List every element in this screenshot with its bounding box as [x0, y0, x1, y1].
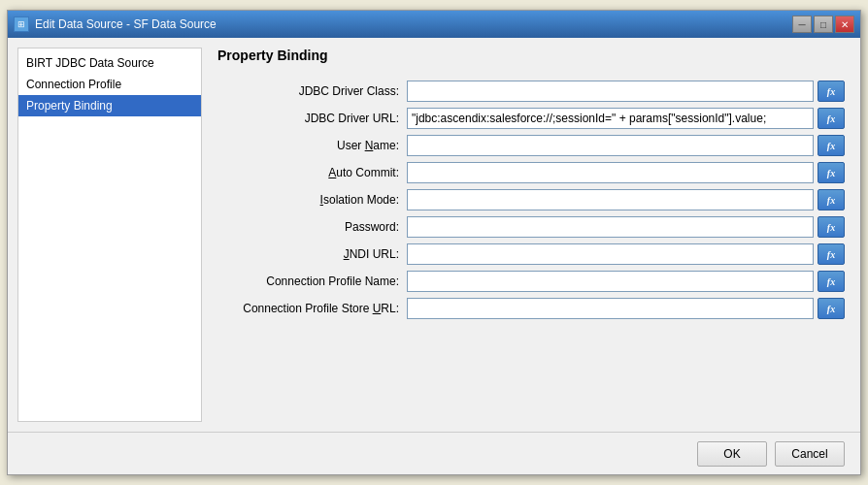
input-connection-profile-name[interactable]: [407, 271, 814, 292]
form-row-jndi-url: JNDI URL: fx: [217, 243, 845, 265]
sidebar-item-birt-jdbc[interactable]: BIRT JDBC Data Source: [18, 52, 201, 74]
main-content: Property Binding JDBC Driver Class: fx J…: [202, 38, 860, 432]
section-title: Property Binding: [217, 48, 845, 67]
sidebar: BIRT JDBC Data Source Connection Profile…: [17, 48, 202, 422]
input-jdbc-driver-url[interactable]: [407, 108, 814, 129]
ok-button[interactable]: OK: [697, 441, 767, 467]
fx-button-auto-commit[interactable]: fx: [818, 162, 845, 183]
sidebar-item-property-binding[interactable]: Property Binding: [18, 95, 201, 116]
input-connection-profile-store-url[interactable]: [407, 298, 814, 319]
dialog-body: BIRT JDBC Data Source Connection Profile…: [8, 38, 860, 432]
form-row-isolation-mode: Isolation Mode: fx: [217, 189, 845, 210]
label-connection-profile-name: Connection Profile Name:: [217, 275, 407, 288]
form-row-connection-profile-store-url: Connection Profile Store URL: fx: [217, 298, 845, 319]
form-row-auto-commit: Auto Commit: fx: [217, 162, 845, 183]
form-row-user-name: User Name: fx: [217, 135, 845, 156]
fx-button-connection-profile-name[interactable]: fx: [818, 271, 845, 292]
label-isolation-mode: Isolation Mode:: [217, 193, 407, 207]
dialog-footer: OK Cancel: [8, 432, 860, 474]
fx-button-user-name[interactable]: fx: [818, 135, 845, 156]
fx-button-jndi-url[interactable]: fx: [818, 243, 845, 265]
fx-button-jdbc-driver-class[interactable]: fx: [818, 81, 845, 102]
maximize-button[interactable]: □: [814, 16, 833, 33]
title-bar: ⊞ Edit Data Source - SF Data Source ─ □ …: [8, 11, 860, 38]
form-row-connection-profile-name: Connection Profile Name: fx: [217, 271, 845, 292]
input-auto-commit[interactable]: [407, 162, 814, 183]
input-password[interactable]: [407, 216, 814, 238]
fx-button-jdbc-driver-url[interactable]: fx: [818, 108, 845, 129]
input-user-name[interactable]: [407, 135, 814, 156]
input-jdbc-driver-class[interactable]: [407, 81, 814, 102]
title-bar-buttons: ─ □ ✕: [792, 16, 854, 33]
sidebar-item-connection-profile[interactable]: Connection Profile: [18, 74, 201, 95]
minimize-button[interactable]: ─: [792, 16, 812, 33]
title-bar-text: Edit Data Source - SF Data Source: [35, 17, 792, 31]
form-row-jdbc-driver-class: JDBC Driver Class: fx: [217, 81, 845, 102]
label-jdbc-driver-class: JDBC Driver Class:: [217, 84, 407, 98]
close-button[interactable]: ✕: [835, 16, 854, 33]
label-jndi-url: JNDI URL:: [217, 247, 407, 261]
title-bar-icon: ⊞: [14, 16, 29, 32]
dialog-window: ⊞ Edit Data Source - SF Data Source ─ □ …: [7, 10, 861, 475]
label-connection-profile-store-url: Connection Profile Store URL:: [217, 302, 407, 315]
fx-button-connection-profile-store-url[interactable]: fx: [818, 298, 845, 319]
form-row-password: Password: fx: [217, 216, 845, 238]
label-jdbc-driver-url: JDBC Driver URL:: [217, 112, 407, 125]
fx-button-password[interactable]: fx: [818, 216, 845, 238]
fx-button-isolation-mode[interactable]: fx: [818, 189, 845, 210]
input-isolation-mode[interactable]: [407, 189, 814, 210]
cancel-button[interactable]: Cancel: [775, 441, 845, 467]
input-jndi-url[interactable]: [407, 243, 814, 265]
label-user-name: User Name:: [217, 139, 407, 152]
label-password: Password:: [217, 220, 407, 234]
form-row-jdbc-driver-url: JDBC Driver URL: fx: [217, 108, 845, 129]
label-auto-commit: Auto Commit:: [217, 166, 407, 179]
